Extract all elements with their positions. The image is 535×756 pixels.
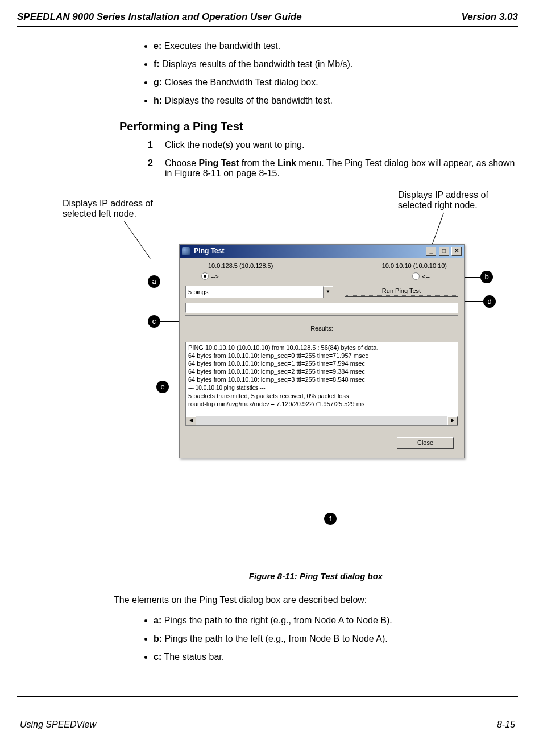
left-node-address: 10.0.128.5 (10.0.128.5) — [208, 262, 273, 269]
leader-line — [463, 277, 480, 278]
result-line: 5 packets transmitted, 5 packets receive… — [188, 393, 349, 399]
step-text: Choose — [165, 158, 199, 168]
step-bold: Ping Test — [199, 158, 239, 168]
header-rule — [17, 26, 518, 27]
figure-caption: Figure 8-11: Ping Test dialog box — [114, 571, 518, 581]
results-label: Results: — [185, 325, 458, 332]
bullet-key: b: — [154, 634, 162, 643]
results-output: PING 10.0.10.10 (10.0.10.10) from 10.0.1… — [185, 342, 458, 416]
bullet-key: a: — [154, 615, 161, 625]
callout-b: b — [480, 271, 493, 283]
bullet-text: Displays results of the bandwidth test (… — [160, 59, 353, 69]
list-item: e: Executes the bandwidth test. — [154, 41, 518, 51]
callout-a: a — [148, 275, 160, 288]
scroll-left-icon[interactable]: ◀ — [186, 416, 196, 425]
bullet-text: Displays the results of the bandwidth te… — [162, 96, 333, 105]
bullet-text: Executes the bandwidth test. — [161, 41, 280, 51]
header-left: SPEEDLAN 9000 Series Installation and Op… — [17, 11, 302, 23]
bottom-bullet-list: a: Pings the path to the right (e.g., fr… — [131, 615, 518, 662]
callout-d: d — [483, 295, 496, 308]
step-text: from the — [239, 158, 277, 168]
bullet-key: f: — [154, 59, 160, 69]
page-header: SPEEDLAN 9000 Series Installation and Op… — [17, 11, 518, 26]
section-heading: Performing a Ping Test — [119, 120, 518, 133]
radio-label: --> — [211, 273, 219, 280]
bullet-text: Pings the path to the left (e.g., from N… — [162, 634, 388, 643]
callout-e: e — [156, 381, 169, 393]
bullet-text: Pings the path to the right (e.g., from … — [161, 615, 392, 625]
scroll-track[interactable] — [196, 416, 447, 425]
footer-right: 8-15 — [497, 720, 515, 730]
bullet-key: e: — [154, 41, 161, 51]
result-line: round-trip min/avg/max/mdev = 7.129/20.9… — [188, 400, 364, 407]
paragraph: The elements on the Ping Test dialog box… — [114, 595, 518, 605]
ping-test-dialog: Ping Test _ □ ✕ 10.0.128.5 (10.0.128.5) … — [179, 244, 465, 458]
bullet-key: h: — [154, 96, 162, 105]
leader-line — [124, 221, 151, 259]
status-bar — [185, 314, 458, 316]
app-icon — [182, 247, 190, 255]
list-item: h: Displays the results of the bandwidth… — [154, 96, 518, 106]
radio-icon — [412, 272, 420, 280]
run-ping-test-button[interactable]: Run Ping Test — [345, 286, 458, 297]
result-line: 64 bytes from 10.0.10.10: icmp_seq=3 ttl… — [188, 376, 365, 383]
result-line: PING 10.0.10.10 (10.0.10.10) from 10.0.1… — [188, 344, 379, 351]
maximize-button[interactable]: □ — [439, 247, 449, 256]
ping-count-combo[interactable]: ▼ — [185, 286, 333, 298]
step-item: Choose Ping Test from the Link menu. The… — [148, 158, 518, 179]
result-line: --- 10.0.10.10 ping statistics --- — [188, 385, 266, 391]
footer-rule — [17, 696, 518, 697]
list-item: g: Closes the Bandwidth Test dialog box. — [154, 77, 518, 88]
horizontal-scrollbar[interactable]: ◀ ▶ — [185, 416, 458, 426]
top-bullet-list: e: Executes the bandwidth test. f: Displ… — [131, 41, 518, 106]
header-right: Version 3.03 — [461, 11, 518, 23]
progress-bar — [185, 303, 458, 313]
chevron-down-icon[interactable]: ▼ — [323, 286, 333, 298]
list-item: f: Displays results of the bandwidth tes… — [154, 59, 518, 69]
radio-label: <-- — [422, 273, 430, 280]
minimize-button[interactable]: _ — [426, 247, 436, 256]
direction-left-radio[interactable]: <-- — [412, 272, 430, 280]
step-bold: Link — [277, 158, 296, 168]
bullet-text: The status bar. — [161, 652, 224, 662]
radio-icon — [201, 272, 209, 280]
close-button[interactable]: Close — [397, 437, 454, 449]
scroll-right-icon[interactable]: ▶ — [447, 416, 458, 425]
bullet-key: c: — [154, 652, 161, 662]
annotation-right: Displays IP address of selected right no… — [398, 190, 523, 210]
close-x-button[interactable]: ✕ — [451, 247, 462, 256]
bullet-text: Closes the Bandwidth Test dialog box. — [162, 77, 318, 87]
step-item: Click the node(s) you want to ping. — [148, 140, 518, 150]
titlebar[interactable]: Ping Test _ □ ✕ — [180, 245, 464, 258]
direction-right-radio[interactable]: --> — [201, 272, 219, 280]
annotation-left: Displays IP address of selected left nod… — [63, 199, 176, 219]
callout-f: f — [324, 513, 337, 525]
list-item: b: Pings the path to the left (e.g., fro… — [154, 634, 518, 644]
ping-count-input[interactable] — [186, 286, 323, 298]
footer-left: Using SPEEDView — [20, 720, 96, 730]
step-text: Click the node(s) you want to ping. — [165, 140, 304, 150]
result-line: 64 bytes from 10.0.10.10: icmp_seq=0 ttl… — [188, 352, 368, 359]
leader-line — [337, 519, 405, 519]
dialog-title: Ping Test — [194, 247, 224, 255]
bullet-key: g: — [154, 77, 162, 87]
list-item: c: The status bar. — [154, 652, 518, 662]
steps-list: Click the node(s) you want to ping. Choo… — [131, 140, 518, 179]
callout-c: c — [148, 315, 160, 328]
result-line: 64 bytes from 10.0.10.10: icmp_seq=1 ttl… — [188, 360, 365, 367]
figure-area: Displays IP address of selected left nod… — [45, 190, 518, 560]
right-node-address: 10.0.10.10 (10.0.10.10) — [382, 262, 447, 269]
page-footer: Using SPEEDView 8-15 — [0, 720, 535, 741]
list-item: a: Pings the path to the right (e.g., fr… — [154, 615, 518, 626]
result-line: 64 bytes from 10.0.10.10: icmp_seq=2 ttl… — [188, 368, 365, 375]
